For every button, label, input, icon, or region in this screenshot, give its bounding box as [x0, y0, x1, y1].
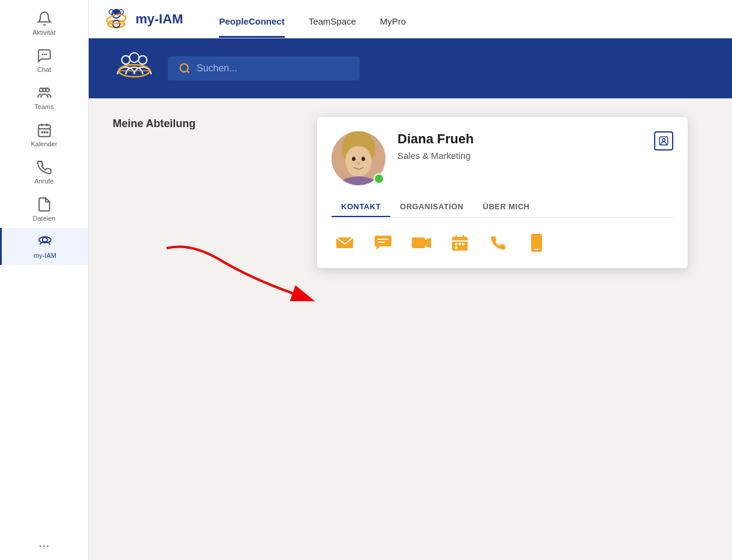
nav-links: PeopleConnect TeamSpace MyPro [219, 0, 406, 38]
svg-point-22 [106, 13, 126, 25]
phone-action-button[interactable] [485, 232, 511, 254]
sidebar-item-kalender[interactable]: Kalender [0, 116, 88, 153]
sidebar-anrufe-label: Anrufe [34, 177, 53, 185]
svg-rect-10 [41, 131, 43, 133]
search-bar[interactable]: Suchen... [168, 56, 360, 80]
contact-name: Diana Frueh [397, 131, 642, 147]
svg-point-23 [122, 56, 130, 64]
sidebar-teams-label: Teams [34, 103, 53, 110]
file-icon [37, 197, 52, 212]
blue-banner: Suchen... [89, 38, 732, 98]
svg-point-34 [352, 157, 356, 161]
svg-point-24 [129, 53, 139, 62]
card-header: Diana Frueh Sales & Marketing [332, 131, 673, 185]
calendar-action-button[interactable] [447, 232, 473, 254]
status-online-dot [373, 173, 384, 184]
nav-link-teamspace[interactable]: TeamSpace [309, 16, 356, 38]
sidebar-item-chat[interactable]: Chat [0, 42, 88, 79]
view-profile-button[interactable] [654, 131, 673, 150]
video-action-button[interactable] [408, 232, 435, 254]
svg-rect-52 [462, 243, 465, 245]
main-area: my-IAM PeopleConnect TeamSpace MyPro [89, 0, 732, 560]
svg-point-33 [345, 146, 372, 177]
sidebar-item-aktivitat[interactable]: Aktivität [0, 5, 88, 42]
svg-point-35 [362, 157, 365, 161]
tab-ueber-mich[interactable]: ÜBER MICH [473, 197, 539, 217]
avatar-wrap [332, 131, 385, 185]
sidebar-item-anrufe[interactable]: Anrufe [0, 153, 88, 191]
content-area: Meine Abteilung [89, 98, 732, 560]
nav-link-mypro[interactable]: MyPro [380, 16, 406, 38]
mobile-action-button[interactable] [523, 232, 550, 254]
myiam-icon [37, 234, 53, 249]
chat-icon [37, 48, 52, 64]
email-action-button[interactable] [332, 232, 358, 254]
svg-marker-43 [376, 246, 380, 250]
sidebar-aktivitat-label: Aktivität [32, 29, 56, 36]
svg-rect-40 [375, 236, 391, 246]
calendar-icon [37, 122, 52, 138]
svg-point-25 [138, 56, 147, 64]
tab-kontakt[interactable]: KONTAKT [332, 197, 390, 217]
tab-organisation[interactable]: ORGANISATION [390, 197, 473, 217]
contact-role: Sales & Marketing [397, 150, 642, 161]
search-icon [179, 62, 191, 74]
svg-rect-12 [46, 131, 48, 133]
svg-point-38 [662, 139, 665, 141]
card-actions [332, 227, 673, 254]
banner-logo-icon [113, 47, 156, 90]
svg-rect-44 [412, 237, 425, 248]
sidebar-more[interactable]: ... [38, 535, 49, 560]
svg-rect-11 [43, 131, 45, 133]
more-label: ... [38, 535, 49, 550]
brand-name: my-IAM [135, 11, 183, 27]
teams-icon [36, 85, 53, 101]
phone-icon [37, 159, 52, 175]
svg-rect-6 [38, 125, 50, 137]
card-tabs: KONTAKT ORGANISATION ÜBER MICH [332, 197, 673, 218]
profile-card: Diana Frueh Sales & Marketing KONTAKT OR… [317, 116, 688, 269]
brand: my-IAM [103, 6, 183, 32]
svg-point-28 [180, 64, 188, 72]
sidebar-kalender-label: Kalender [31, 140, 57, 147]
sidebar-dateien-label: Dateien [33, 215, 56, 222]
svg-rect-53 [455, 246, 457, 249]
arrow-indicator [161, 236, 317, 308]
search-placeholder: Suchen... [197, 63, 237, 74]
bell-icon [37, 11, 52, 26]
sidebar-item-dateien[interactable]: Dateien [0, 191, 88, 228]
sidebar-item-teams[interactable]: Teams [0, 79, 88, 116]
sidebar-myiam-label: my-IAM [34, 252, 56, 259]
sidebar: Aktivität Chat Teams [0, 0, 89, 560]
nav-link-peopleconnect[interactable]: PeopleConnect [219, 16, 284, 38]
svg-line-29 [187, 71, 189, 73]
svg-marker-45 [425, 237, 431, 248]
card-info: Diana Frueh Sales & Marketing [397, 131, 642, 161]
svg-rect-51 [459, 243, 461, 245]
svg-rect-50 [455, 243, 457, 245]
topnav: my-IAM PeopleConnect TeamSpace MyPro [89, 0, 732, 38]
sidebar-chat-label: Chat [37, 66, 51, 73]
sidebar-item-myiam[interactable]: my-IAM [0, 228, 88, 265]
chat-action-button[interactable] [370, 232, 396, 254]
brand-logo-icon [103, 6, 129, 32]
